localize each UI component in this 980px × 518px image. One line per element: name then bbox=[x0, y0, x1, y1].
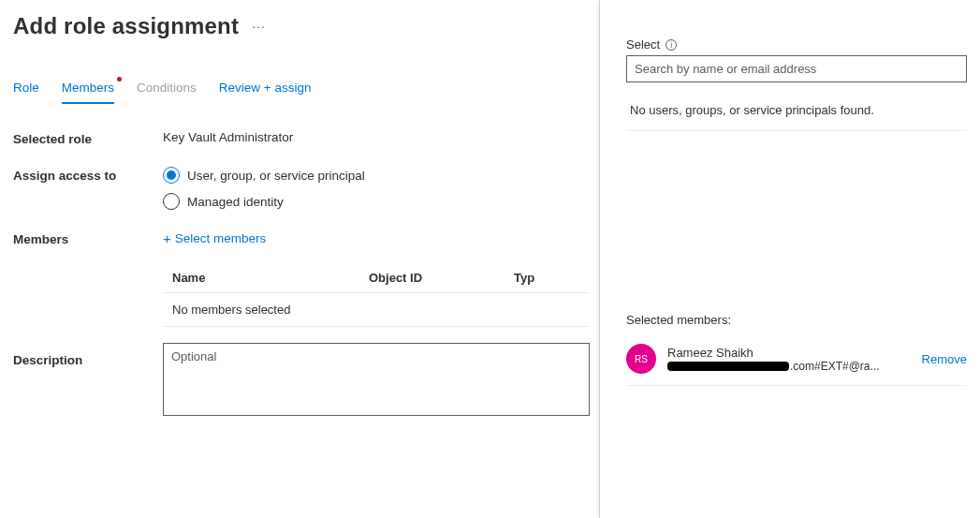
col-type[interactable]: Typ bbox=[514, 271, 580, 285]
member-name: Rameez Shaikh bbox=[667, 346, 911, 360]
info-icon[interactable]: i bbox=[666, 39, 677, 51]
description-input[interactable]: Optional bbox=[163, 343, 590, 416]
no-results-text: No users, groups, or service principals … bbox=[626, 103, 967, 131]
radio-icon-selected bbox=[163, 167, 180, 184]
assign-access-radios: User, group, or service principal Manage… bbox=[163, 167, 599, 210]
tab-conditions[interactable]: Conditions bbox=[137, 81, 197, 102]
select-members-panel: Select i Search by name or email address… bbox=[599, 0, 980, 518]
avatar: RS bbox=[626, 344, 656, 374]
assign-access-label: Assign access to bbox=[13, 167, 163, 183]
table-empty-row: No members selected bbox=[163, 293, 590, 327]
remove-link[interactable]: Remove bbox=[922, 352, 967, 366]
tab-members-label: Members bbox=[62, 81, 114, 95]
selected-role-value: Key Vault Administrator bbox=[163, 130, 599, 144]
radio-user-label: User, group, or service principal bbox=[187, 169, 365, 183]
selected-role-label: Selected role bbox=[13, 130, 163, 146]
main-pane: Add role assignment ··· Role Members Con… bbox=[0, 0, 599, 518]
col-objectid[interactable]: Object ID bbox=[369, 271, 514, 285]
radio-managed-label: Managed identity bbox=[187, 195, 284, 209]
selected-members-section: Selected members: RS Rameez Shaikh .com#… bbox=[626, 313, 967, 386]
tab-review-assign[interactable]: Review + assign bbox=[219, 81, 312, 102]
select-label: Select bbox=[626, 37, 660, 52]
table-header: Name Object ID Typ bbox=[163, 263, 590, 293]
description-label: Description bbox=[13, 351, 163, 367]
select-members-text: Select members bbox=[175, 231, 267, 245]
page-title: Add role assignment bbox=[13, 13, 239, 39]
select-members-link[interactable]: + Select members bbox=[163, 230, 599, 246]
members-table: Name Object ID Typ No members selected bbox=[163, 263, 590, 327]
member-email-suffix: .com#EXT#@ra... bbox=[790, 360, 880, 373]
radio-icon-unselected bbox=[163, 193, 180, 210]
radio-user-group-principal[interactable]: User, group, or service principal bbox=[163, 167, 599, 184]
selected-members-label: Selected members: bbox=[626, 313, 967, 327]
row-assign-access: Assign access to User, group, or service… bbox=[13, 167, 599, 210]
tab-badge-dot bbox=[117, 77, 122, 81]
title-row: Add role assignment ··· bbox=[13, 13, 599, 39]
search-input[interactable]: Search by name or email address bbox=[626, 55, 967, 82]
plus-icon: + bbox=[163, 230, 171, 246]
more-icon[interactable]: ··· bbox=[252, 19, 266, 34]
row-members: Members + Select members bbox=[13, 230, 599, 246]
select-label-row: Select i bbox=[626, 37, 967, 52]
tab-role[interactable]: Role bbox=[13, 81, 39, 102]
col-name[interactable]: Name bbox=[172, 271, 369, 285]
tabs: Role Members Conditions Review + assign bbox=[13, 81, 599, 104]
member-text: Rameez Shaikh .com#EXT#@ra... bbox=[667, 346, 911, 373]
row-selected-role: Selected role Key Vault Administrator bbox=[13, 130, 599, 146]
redacted-email bbox=[667, 362, 789, 371]
selected-member-row: RS Rameez Shaikh .com#EXT#@ra... Remove bbox=[626, 344, 967, 386]
tab-members[interactable]: Members bbox=[62, 81, 114, 104]
members-label: Members bbox=[13, 230, 163, 246]
radio-managed-identity[interactable]: Managed identity bbox=[163, 193, 599, 210]
member-email: .com#EXT#@ra... bbox=[667, 360, 911, 373]
form-area: Selected role Key Vault Administrator As… bbox=[13, 130, 599, 416]
